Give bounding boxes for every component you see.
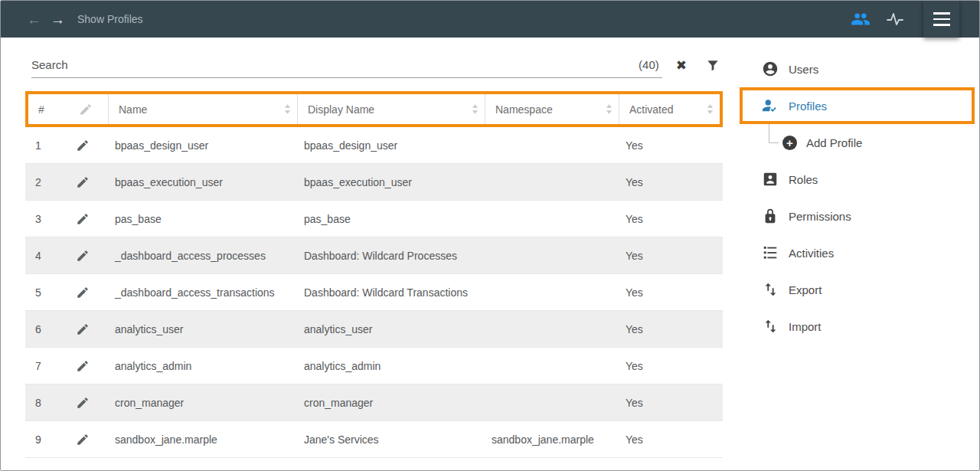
- activity-pulse-icon[interactable]: [886, 10, 904, 28]
- cell-activated: Yes: [616, 176, 723, 188]
- import-export-arrows-icon: [762, 281, 779, 298]
- sort-icon: [472, 103, 479, 115]
- menu-bar: [933, 12, 950, 15]
- search-bar: (40) ✖: [31, 50, 720, 80]
- cell-display-name: Jane's Services: [294, 433, 482, 446]
- pencil-icon: [76, 433, 90, 446]
- column-header-activated[interactable]: Activated: [619, 94, 720, 124]
- app-window: ← → Show Profiles (40) ✖: [0, 0, 980, 471]
- content-area: (40) ✖ # N: [1, 38, 979, 470]
- pencil-icon: [76, 139, 90, 152]
- edit-row-button[interactable]: [68, 433, 105, 446]
- edit-row-button[interactable]: [68, 322, 105, 336]
- cell-name: pas_base: [105, 213, 294, 225]
- cell-name: cron_manager: [105, 397, 294, 409]
- cell-display-name: pas_base: [294, 213, 482, 225]
- sidebar-item-roles[interactable]: Roles: [723, 161, 979, 198]
- sort-icon: [707, 103, 714, 115]
- table-row[interactable]: 5 _dashboard_access_transactions Dashboa…: [25, 274, 723, 311]
- table-row[interactable]: 8 cron_manager cron_manager Yes: [25, 384, 723, 421]
- topbar: ← → Show Profiles: [1, 1, 979, 38]
- menu-bar: [933, 18, 950, 21]
- cell-display-name: analytics_user: [294, 323, 482, 335]
- column-header-namespace[interactable]: Namespace: [485, 94, 619, 124]
- forward-arrow-icon[interactable]: →: [51, 12, 65, 27]
- sidebar-item-permissions[interactable]: Permissions: [723, 198, 979, 234]
- sidebar-item-import[interactable]: Import: [723, 308, 979, 345]
- cell-activated: Yes: [616, 323, 723, 335]
- cell-activated: Yes: [616, 139, 723, 152]
- sort-icon: [284, 103, 291, 115]
- table-row[interactable]: 3 pas_base pas_base Yes: [25, 201, 723, 237]
- table-row[interactable]: 1 bpaas_design_user bpaas_design_user Ye…: [25, 127, 723, 164]
- pencil-icon: [76, 396, 90, 410]
- profile-check-icon: [762, 97, 779, 114]
- sidebar-item-export[interactable]: Export: [723, 271, 979, 308]
- numbered-list-icon: [762, 244, 779, 261]
- hamburger-menu-button[interactable]: [923, 1, 959, 38]
- cell-display-name: bpaas_execution_user: [294, 176, 482, 188]
- pencil-icon: [79, 103, 93, 116]
- sidebar-item-add-profile[interactable]: + Add Profile: [723, 124, 979, 161]
- edit-row-button[interactable]: [68, 359, 105, 373]
- profiles-table: # Name Display Name: [25, 91, 723, 458]
- table-row[interactable]: 4 _dashboard_access_processes Dashboard:…: [25, 237, 723, 274]
- page-title: Show Profiles: [77, 13, 143, 25]
- table-body: 1 bpaas_design_user bpaas_design_user Ye…: [25, 127, 723, 458]
- users-group-icon[interactable]: [851, 9, 871, 29]
- row-number: 1: [25, 139, 68, 152]
- cell-activated: Yes: [616, 286, 723, 299]
- sidebar-item-profiles[interactable]: Profiles: [740, 87, 975, 124]
- roles-badge-icon: [762, 171, 779, 188]
- edit-row-button[interactable]: [68, 139, 105, 152]
- cell-name: sandbox_jane.marple: [105, 433, 294, 446]
- cell-activated: Yes: [616, 213, 723, 225]
- row-number: 6: [25, 323, 68, 335]
- clear-search-icon[interactable]: ✖: [676, 57, 687, 74]
- cell-activated: Yes: [616, 360, 723, 372]
- search-input[interactable]: [31, 58, 632, 71]
- tree-connector: [769, 124, 779, 143]
- row-number: 3: [25, 213, 68, 225]
- row-number: 4: [25, 250, 68, 262]
- cell-activated: Yes: [616, 433, 723, 446]
- user-account-icon: [762, 61, 779, 77]
- pencil-icon: [76, 249, 90, 263]
- table-header: # Name Display Name: [25, 91, 723, 127]
- column-header-num[interactable]: #: [28, 94, 71, 124]
- menu-bar: [933, 24, 950, 26]
- edit-row-button[interactable]: [68, 212, 105, 226]
- topbar-actions: [851, 1, 904, 38]
- sidebar-item-users[interactable]: Users: [723, 51, 979, 87]
- pencil-icon: [76, 212, 90, 226]
- edit-row-button[interactable]: [68, 286, 105, 299]
- cell-display-name: analytics_admin: [294, 360, 482, 372]
- cell-display-name: cron_manager: [294, 397, 482, 409]
- import-export-arrows-icon: [762, 318, 779, 335]
- pencil-icon: [76, 322, 90, 336]
- pencil-icon: [76, 286, 90, 299]
- result-count: (40): [632, 58, 662, 71]
- table-row[interactable]: 9 sandbox_jane.marple Jane's Services sa…: [25, 421, 723, 458]
- filter-funnel-icon[interactable]: [705, 57, 720, 73]
- sort-icon: [606, 103, 612, 115]
- row-number: 2: [25, 176, 68, 188]
- pencil-icon: [76, 175, 90, 189]
- column-header-display-name[interactable]: Display Name: [297, 94, 485, 124]
- lock-icon: [762, 208, 779, 224]
- search-underline: (40): [31, 52, 662, 78]
- edit-row-button[interactable]: [68, 175, 105, 189]
- cell-namespace: sandbox_jane.marple: [482, 433, 616, 446]
- column-header-name[interactable]: Name: [108, 94, 297, 124]
- cell-display-name: Dashboard: Wildcard Processes: [294, 250, 482, 262]
- table-row[interactable]: 7 analytics_admin analytics_admin Yes: [25, 348, 723, 384]
- cell-name: _dashboard_access_transactions: [105, 286, 294, 299]
- back-arrow-icon[interactable]: ←: [27, 12, 41, 27]
- edit-row-button[interactable]: [68, 396, 105, 410]
- row-number: 9: [25, 433, 68, 446]
- table-row[interactable]: 2 bpaas_execution_user bpaas_execution_u…: [25, 164, 723, 201]
- sidebar-item-activities[interactable]: Activities: [723, 234, 979, 271]
- table-row[interactable]: 6 analytics_user analytics_user Yes: [25, 311, 723, 348]
- pencil-icon: [76, 359, 90, 373]
- edit-row-button[interactable]: [68, 249, 105, 263]
